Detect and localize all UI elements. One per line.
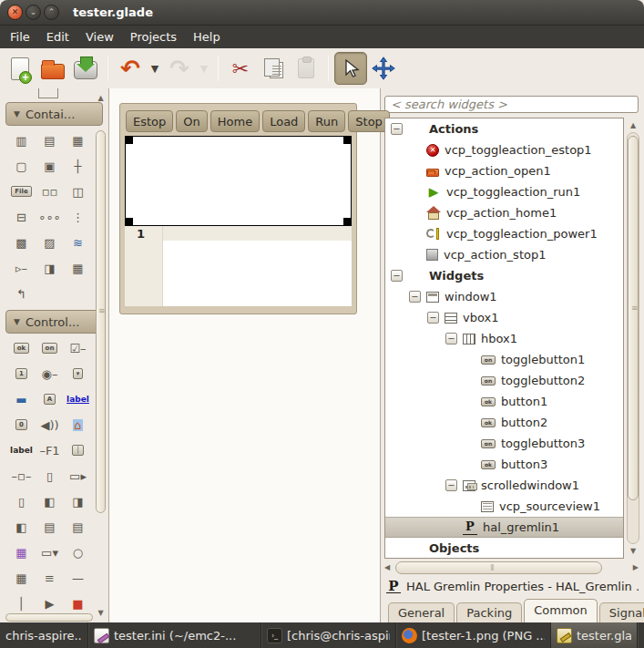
- menu-help[interactable]: Help: [185, 27, 229, 46]
- tree-row-vcp-toggleaction-estop1[interactable]: ✕vcp_toggleaction_estop1: [385, 139, 623, 160]
- menu-projects[interactable]: Projects: [122, 27, 185, 46]
- palette-item-spin-button-value[interactable]: 0: [7, 412, 36, 437]
- taskbar-item-3[interactable]: ›_[chris@chris-aspire...: [261, 622, 396, 648]
- palette-item-hscale[interactable]: –▫–: [7, 463, 36, 489]
- tree-row-objects[interactable]: Objects: [385, 538, 623, 559]
- tree-row-button1[interactable]: okbutton1: [385, 391, 623, 412]
- palette-item-icon-view[interactable]: ▦: [7, 540, 36, 565]
- minimize-window-icon[interactable]: ⌄: [26, 5, 41, 20]
- scroll-down-icon[interactable]: ▼: [626, 547, 640, 555]
- source-view-widget[interactable]: 1: [125, 226, 352, 306]
- palette-item-hpaned[interactable]: ◫: [64, 179, 92, 204]
- undo-button[interactable]: ↶: [114, 52, 147, 85]
- copy-button[interactable]: [257, 52, 290, 85]
- tree-row-vcp-action-stop1[interactable]: vcp_action_stop1: [385, 244, 623, 265]
- menu-edit[interactable]: Edit: [38, 27, 77, 46]
- tree-row-scrolledwindow1[interactable]: −scrolledwindow1: [385, 475, 623, 496]
- scroll-right-icon[interactable]: ▶: [633, 563, 639, 571]
- selection-handle[interactable]: [126, 218, 133, 225]
- palette-item-hscrollbar[interactable]: ▭▸: [64, 463, 92, 489]
- palette-item-vseparator-menu[interactable]: ⋮: [64, 204, 92, 230]
- source-text-area[interactable]: [163, 226, 352, 306]
- palette-item-entry[interactable]: ▬: [7, 386, 36, 412]
- palette-item-radio-button[interactable]: ◉–: [36, 361, 64, 386]
- palette-item-arrow[interactable]: ▶: [36, 591, 64, 616]
- selection-handle[interactable]: [126, 137, 133, 144]
- scroll-up-icon[interactable]: ▲: [95, 94, 107, 102]
- tab-signals[interactable]: Signals: [599, 602, 644, 622]
- palette-section-controls[interactable]: ▼Control...: [5, 310, 103, 334]
- search-input[interactable]: [384, 96, 639, 113]
- new-button[interactable]: [4, 52, 36, 85]
- taskbar-item-1[interactable]: chris-aspire...: [0, 622, 88, 648]
- tree-row-widgets[interactable]: −Widgets: [385, 265, 623, 286]
- scrollbar-thumb[interactable]: [96, 130, 106, 513]
- palette-item-fixed[interactable]: ┼: [64, 153, 92, 179]
- tree-row-hal-gremlin1[interactable]: Phal_gremlin1: [385, 517, 623, 538]
- tree-row-vcp-toggleaction-run1[interactable]: ▶vcp_toggleaction_run1: [385, 181, 623, 202]
- palette-item-table[interactable]: ▦: [64, 128, 92, 153]
- scroll-left-icon[interactable]: ◀: [384, 563, 390, 571]
- menu-file[interactable]: File: [2, 27, 38, 46]
- palette-item-font-button[interactable]: A: [36, 386, 64, 412]
- palette-item-alignment[interactable]: ▣: [36, 153, 64, 179]
- taskbar-item-5[interactable]: tester.gla...: [551, 622, 638, 648]
- tree-row-vcp-sourceview1[interactable]: vcp_sourceview1: [385, 496, 623, 517]
- palette-item-vscrollbar[interactable]: ▯: [7, 489, 36, 514]
- tree-row-vcp-action-open1[interactable]: vcp_action_open1: [385, 160, 623, 181]
- palette-item-hbutton-box[interactable]: ▫▫: [36, 179, 64, 204]
- palette-item-viewport[interactable]: ◨: [36, 255, 64, 281]
- taskbar-item-2[interactable]: tester.ini (~/emc2-...: [88, 622, 261, 648]
- palette-item-vbox[interactable]: ▤: [36, 128, 64, 153]
- undo-menu-button[interactable]: ▼: [147, 52, 163, 85]
- redo-button[interactable]: ↷: [163, 52, 196, 85]
- palette-item-progress-bar-2[interactable]: ◨: [64, 489, 92, 514]
- design-button-run[interactable]: Run: [308, 110, 345, 132]
- palette-item-calendar[interactable]: ▦: [7, 565, 36, 591]
- tree-row-vcp-action-home1[interactable]: vcp_action_home1: [385, 202, 623, 223]
- tree-row-vcp-toggleaction-power1[interactable]: vcp_toggleaction_power1: [385, 223, 623, 244]
- expander-icon[interactable]: −: [445, 333, 457, 345]
- tree-row-actions[interactable]: −Actions: [385, 118, 623, 139]
- redo-menu-button[interactable]: ▼: [196, 52, 212, 85]
- palette-section-containers[interactable]: ▼Contai...: [5, 102, 103, 126]
- tree-row-togglebutton3[interactable]: ontogglebutton3: [385, 433, 623, 454]
- palette-item-progress-bar[interactable]: ◧: [36, 489, 64, 514]
- expander-icon[interactable]: −: [409, 291, 421, 303]
- tree-row-togglebutton2[interactable]: ontogglebutton2: [385, 370, 623, 391]
- design-button-load[interactable]: Load: [262, 110, 305, 132]
- expander-icon[interactable]: −: [391, 123, 403, 135]
- palette-item-hbox[interactable]: ▥: [7, 128, 36, 153]
- palette-hscrollbar-thumb[interactable]: [5, 613, 93, 622]
- design-button-on[interactable]: On: [176, 110, 207, 132]
- palette-item-text-view-2[interactable]: ▤: [64, 514, 92, 540]
- hal-gremlin-widget[interactable]: [125, 136, 352, 226]
- palette-item-offset[interactable]: ↰: [7, 281, 36, 306]
- palette-item-statusbar[interactable]: ◧: [7, 514, 36, 540]
- palette-item-expander[interactable]: ▹–: [7, 255, 36, 281]
- palette-item-volume-button[interactable]: ◀)): [36, 412, 64, 437]
- design-canvas[interactable]: EstopOnHomeLoadRunStop 1: [109, 88, 381, 622]
- palette-item-toolbar[interactable]: ▩: [7, 230, 36, 255]
- close-window-icon[interactable]: ✕: [7, 5, 23, 20]
- tree-row-hbox1[interactable]: −hbox1: [385, 328, 623, 349]
- palette-item-spin-button[interactable]: 1: [7, 361, 36, 386]
- expander-icon[interactable]: −: [391, 270, 403, 282]
- palette-item-image[interactable]: ⌂: [64, 412, 92, 437]
- palette-item-text-view[interactable]: ▤: [36, 514, 64, 540]
- palette-item-check-button[interactable]: ☑–: [64, 335, 92, 361]
- save-button[interactable]: [69, 52, 102, 85]
- select-button[interactable]: [334, 52, 367, 85]
- palette-item-label[interactable]: label: [7, 437, 36, 463]
- scroll-up-icon[interactable]: ▲: [626, 121, 640, 129]
- palette-item-hseparator[interactable]: ○: [64, 540, 92, 565]
- horizontal-scrollbar[interactable]: ◀ ▶: [384, 561, 639, 574]
- palette-item-vscale[interactable]: ▯: [36, 463, 64, 489]
- palette-item-layout[interactable]: ▨: [36, 230, 64, 255]
- palette-item-text-entry[interactable]: │: [64, 437, 92, 463]
- palette-item-toggle-button[interactable]: on: [36, 335, 64, 361]
- palette-item-filechooser-button[interactable]: File: [7, 179, 36, 204]
- vertical-scrollbar[interactable]: ▲ ▼: [626, 118, 640, 559]
- tab-general[interactable]: General: [388, 602, 455, 622]
- expander-icon[interactable]: −: [445, 479, 457, 491]
